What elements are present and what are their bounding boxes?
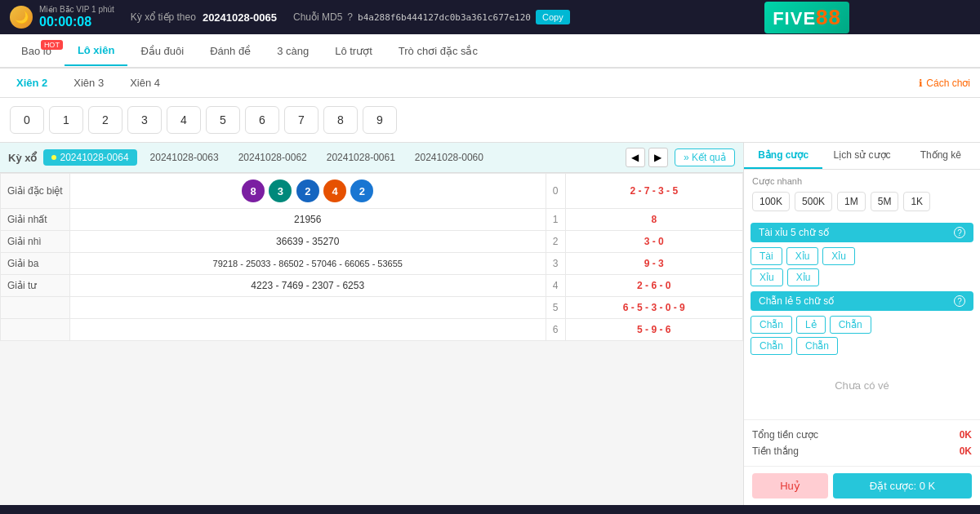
tag-tai[interactable]: Tài xyxy=(751,247,782,265)
circle-4: 4 xyxy=(323,179,346,202)
num-btn-3[interactable]: 3 xyxy=(127,106,162,134)
tien-thang-label: Tiền thắng xyxy=(752,445,799,457)
tien-thang-row: Tiền thắng 0K xyxy=(752,443,972,459)
prize-numbers-dac-biet: 8 3 2 4 2 xyxy=(69,174,546,209)
cuoc-500k[interactable]: 500K xyxy=(795,192,832,211)
arrow-left-btn[interactable]: ◀ xyxy=(626,148,645,167)
nav-danh-de-label: Đánh đề xyxy=(210,45,251,57)
prize-numbers-nhat: 21956 xyxy=(69,209,546,231)
num-btn-5[interactable]: 5 xyxy=(206,106,240,134)
num-btn-4[interactable]: 4 xyxy=(167,106,201,134)
main-nav: Bao lô HOT Lô xiên Đầu đuôi Đánh đề 3 cà… xyxy=(0,34,980,69)
cuoc-100k[interactable]: 100K xyxy=(752,192,790,211)
tab-lich-su[interactable]: Lịch sử cược xyxy=(822,143,901,169)
prize-numbers-6 xyxy=(69,319,546,341)
tab-thong-ke[interactable]: Thống kê xyxy=(902,143,980,169)
right-panel: Bảng cược Lịch sử cược Thống kê Cược nha… xyxy=(743,143,980,505)
nav-lo-xien[interactable]: Lô xiên xyxy=(65,36,128,66)
action-buttons: Huỷ Đặt cược: 0 K xyxy=(744,466,980,505)
cuoc-5m[interactable]: 5M xyxy=(871,192,899,211)
num-btn-7[interactable]: 7 xyxy=(284,106,318,134)
nav-3-cang[interactable]: 3 càng xyxy=(264,37,322,65)
nav-danh-de[interactable]: Đánh đề xyxy=(197,37,264,65)
tag-chan-2[interactable]: Chẵn xyxy=(830,316,871,334)
tab-thong-ke-label: Thống kê xyxy=(920,149,961,161)
result-2: 3 - 0 xyxy=(565,231,743,253)
sub-nav-xien-2[interactable]: Xiên 2 xyxy=(10,73,54,92)
prize-label-5 xyxy=(1,297,70,319)
prize-label-ba: Giải ba xyxy=(1,253,70,275)
hash-value: b4a288f6b444127dc0b3a361c677e120 xyxy=(358,12,531,23)
tag-xiu-4[interactable]: Xỉu xyxy=(787,268,820,286)
prize-label-nhat: Giải nhất xyxy=(1,209,70,231)
tag-le[interactable]: Lẻ xyxy=(796,316,826,334)
num-btn-9[interactable]: 9 xyxy=(363,106,397,134)
tag-chan-4[interactable]: Chẵn xyxy=(796,337,838,355)
tag-xiu-3[interactable]: Xỉu xyxy=(751,268,783,286)
timer-section: 🌙 Miền Bắc VIP 1 phút 00:00:08 xyxy=(10,5,114,29)
tab-bang-cuoc[interactable]: Bảng cược xyxy=(744,143,822,169)
current-ky-value: 20241028-0064 xyxy=(60,152,128,163)
idx-5: 5 xyxy=(546,297,565,319)
arrow-right-btn[interactable]: ▶ xyxy=(648,148,668,167)
circle-2: 2 xyxy=(296,179,319,202)
nav-lo-xien-label: Lô xiên xyxy=(78,44,115,56)
chan-le-info-icon[interactable]: ? xyxy=(954,295,965,307)
result-3: 9 - 3 xyxy=(565,253,743,275)
nav-tro-choi-label: Trò chơi đặc sắc xyxy=(399,45,478,57)
sub-nav-xien-4[interactable]: Xiên 4 xyxy=(123,73,167,92)
num-btn-6[interactable]: 6 xyxy=(245,106,279,134)
idx-2: 2 xyxy=(546,231,565,253)
prize-numbers-5 xyxy=(69,297,546,319)
num-btn-2[interactable]: 2 xyxy=(88,106,122,134)
circle-3: 3 xyxy=(269,179,292,202)
dat-cuoc-button[interactable]: Đặt cược: 0 K xyxy=(833,473,972,498)
bottom-banner: Khám Phá Lô Đề Siêu Tốc MD5 Five88 Chiến… xyxy=(0,505,980,514)
num-btn-8[interactable]: 8 xyxy=(323,106,358,134)
idx-1: 1 xyxy=(546,209,565,231)
cuoc-nhanh-section: Cược nhanh 100K 500K 1M 5M 1K xyxy=(744,170,980,218)
nav-tro-choi[interactable]: Trò chơi đặc sắc xyxy=(385,37,491,65)
prize-label-dac-biet: Giải đặc biệt xyxy=(1,174,70,209)
huy-button[interactable]: Huỷ xyxy=(752,473,828,498)
nav-dau-duoi[interactable]: Đầu đuôi xyxy=(127,37,197,65)
cuoc-nhanh-label: Cược nhanh xyxy=(752,176,972,187)
num-btn-0[interactable]: 0 xyxy=(10,106,44,134)
result-1: 8 xyxy=(565,209,743,231)
tai-xiu-tag-buttons: Tài Xỉu Xỉu xyxy=(751,247,973,265)
nav-lo-truot[interactable]: Lô trượt xyxy=(322,37,385,65)
xien-4-label: Xiên 4 xyxy=(130,77,160,89)
tai-xiu-title: Tài xỉu 5 chữ số xyxy=(759,227,829,238)
active-dot xyxy=(51,155,56,160)
nav-arrows: ◀ ▶ xyxy=(626,148,668,167)
ket-qua-button[interactable]: » Kết quả xyxy=(675,148,735,166)
tag-xiu-1[interactable]: Xỉu xyxy=(786,247,819,265)
current-ky-badge[interactable]: 20241028-0064 xyxy=(43,149,136,166)
prev-ky-0062[interactable]: 20241028-0062 xyxy=(232,149,314,166)
num-btn-1[interactable]: 1 xyxy=(49,106,83,134)
copy-button[interactable]: Copy xyxy=(536,10,570,24)
tai-xiu-info-icon[interactable]: ? xyxy=(954,227,965,238)
top-bar: 🌙 Miền Bắc VIP 1 phút 00:00:08 Kỳ xổ tiế… xyxy=(0,0,980,34)
ky-xo-bar: Kỳ xổ 20241028-0064 20241028-0063 202410… xyxy=(0,143,743,173)
ky-xo-next-value: 20241028-0065 xyxy=(203,11,277,24)
idx-3: 3 xyxy=(546,253,565,275)
prev-ky-0061[interactable]: 20241028-0061 xyxy=(320,149,402,166)
cach-choi-label: Cách chơi xyxy=(926,78,970,89)
tag-chan-3[interactable]: Chẵn xyxy=(751,337,792,355)
sub-nav-xien-3[interactable]: Xiên 3 xyxy=(67,73,110,92)
prev-ky-0060[interactable]: 20241028-0060 xyxy=(408,149,490,166)
tag-chan-1[interactable]: Chẵn xyxy=(751,316,792,334)
tag-xiu-2[interactable]: Xỉu xyxy=(822,247,855,265)
nav-bao-lo[interactable]: Bao lô HOT xyxy=(8,37,65,65)
cach-choi-link[interactable]: ℹ Cách chơi xyxy=(919,78,970,89)
prev-ky-0063[interactable]: 20241028-0063 xyxy=(144,149,225,166)
cuoc-1m[interactable]: 1M xyxy=(837,192,866,211)
site-logo: FIVE88 xyxy=(764,2,849,33)
nav-dau-duoi-label: Đầu đuôi xyxy=(140,45,184,57)
cuoc-1k[interactable]: 1K xyxy=(903,192,930,211)
prize-label-nhi: Giải nhì xyxy=(1,231,70,253)
table-row: Giải nhì 36639 - 35270 2 3 - 0 xyxy=(1,231,743,253)
chan-le-title: Chẵn lẻ 5 chữ số xyxy=(759,295,834,307)
cuoc-nhanh-buttons: 100K 500K 1M 5M 1K xyxy=(752,192,972,211)
